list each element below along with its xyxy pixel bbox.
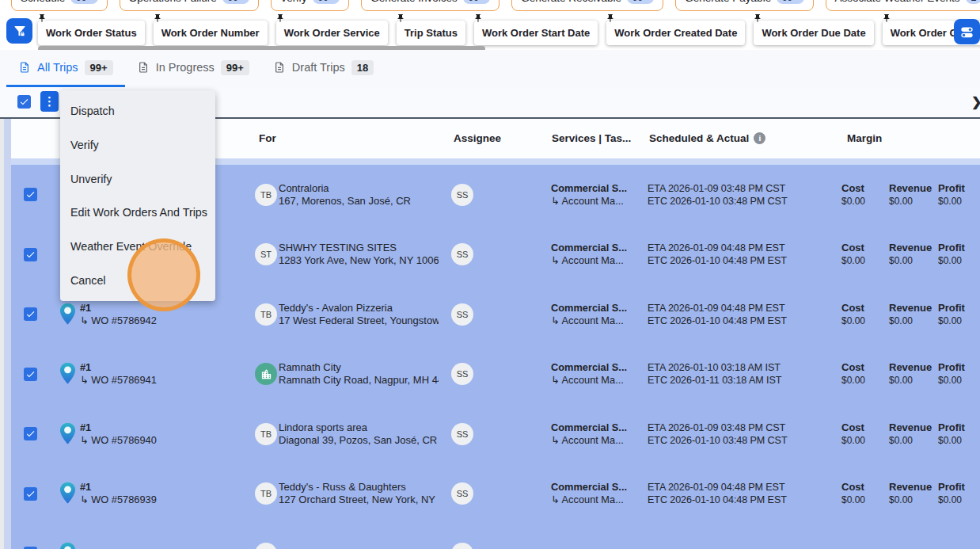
filter-bar: Work Order Status Work Order Number Work… <box>0 10 980 50</box>
service-task: ↳ Account Ma... <box>551 315 627 327</box>
cost-value: $0.00 <box>841 254 865 268</box>
toggles-icon <box>959 25 974 40</box>
filter-lock-icon <box>13 24 27 38</box>
row-checkbox[interactable] <box>24 248 37 261</box>
assignee-avatar: SS <box>451 363 473 385</box>
eta-text: ETA 2026-01-09 03:48 PM CST <box>648 421 788 434</box>
action-button-label: Verify <box>280 0 307 4</box>
action-button-label: Generate Receivable <box>521 0 621 4</box>
row-checkbox[interactable] <box>24 487 37 501</box>
etc-text: ETC 2026-01-10 03:48 PM CST <box>648 434 788 447</box>
service-task: ↳ Account Ma... <box>551 374 627 387</box>
profit-label: Profit <box>938 421 965 434</box>
filter-chip-work-order-number[interactable]: Work Order Number <box>154 21 268 45</box>
eta-text: ETA 2026-01-10 03:18 AM IST <box>648 361 781 374</box>
work-order-number[interactable]: ↳ WO #5786942 <box>80 315 157 327</box>
cost-label: Cost <box>841 360 865 374</box>
trip-number: #1 <box>80 481 157 494</box>
action-bar: Schedule 99+ Operations Failure 99+ Veri… <box>11 0 980 11</box>
revenue-label: Revenue <box>889 181 932 195</box>
tab-draft-trips[interactable]: Draft Trips 18 <box>261 50 386 87</box>
customer-name[interactable]: Ramnath City <box>279 361 439 374</box>
column-settings-button[interactable] <box>954 19 980 44</box>
table-row[interactable]: #1 ↳ WO #5786941 Ramnath City Ramnath Ci… <box>11 345 980 405</box>
action-button-generate-payable[interactable]: Generate Payable 99+ <box>675 0 813 11</box>
city-icon <box>260 368 272 380</box>
filter-chip-work-order-created-date[interactable]: Work Order Created Date <box>606 21 745 45</box>
work-order-number[interactable]: ↳ WO #5786940 <box>80 434 157 447</box>
action-button-generate-invoices[interactable]: Generate Invoices 99+ <box>361 0 499 11</box>
assignee-avatar: SS <box>451 423 473 445</box>
count-badge: 99+ <box>222 0 249 4</box>
customer-name[interactable]: Contraloria <box>279 182 439 195</box>
customer-address: Diagonal 39, Pozos, San José, CR <box>279 434 439 447</box>
action-button-schedule[interactable]: Schedule 99+ <box>11 0 108 11</box>
row-checkbox[interactable] <box>24 427 37 440</box>
pushpin-icon <box>37 13 47 23</box>
action-button-verify[interactable]: Verify 99+ <box>271 0 349 11</box>
work-order-number[interactable]: ↳ WO #5786939 <box>80 494 157 506</box>
action-button-associate-weather-events[interactable]: Associate Weather Events 1 <box>826 0 980 11</box>
etc-text: ETC 2026-01-10 03:48 PM CST <box>648 195 788 208</box>
customer-address: 127 Orchard Street, New York, NY <box>279 494 439 506</box>
table-row[interactable]: #1 ↳ WO #5786939 TB Teddy's - Russ & Dau… <box>11 464 980 524</box>
work-order-number[interactable]: ↳ WO #5786941 <box>80 374 157 387</box>
bulk-actions-kebab-button[interactable]: ⋮ <box>40 91 59 112</box>
cost-value: $0.00 <box>841 315 865 328</box>
pushpin-icon <box>396 13 405 23</box>
menu-item-dispatch[interactable]: Dispatch <box>60 94 215 128</box>
profit-value: $0.00 <box>938 254 965 268</box>
menu-item-verify[interactable]: Verify <box>60 128 215 162</box>
customer-avatar: ST <box>255 243 277 265</box>
cost-value: $0.00 <box>841 434 865 448</box>
table-row[interactable]: #1 ↳ WO #5786940 TB Lindora sports area … <box>11 404 980 464</box>
service-name: Commercial S... <box>551 242 627 254</box>
action-button-generate-receivable[interactable]: Generate Receivable 99+ <box>511 0 663 11</box>
filter-chip-work-order-status[interactable]: Work Order Status <box>38 21 145 45</box>
pushpin-icon <box>606 13 615 23</box>
row-checkbox[interactable] <box>24 307 37 321</box>
menu-item-unverify[interactable]: Unverify <box>60 162 215 196</box>
chevron-right-icon[interactable]: ❯ <box>971 94 980 109</box>
table-row[interactable]: #1 Teddy's - Lucien Commercial S... ETA … <box>11 524 980 549</box>
customer-name[interactable]: Lindora sports area <box>279 421 439 434</box>
service-task: ↳ Account Ma... <box>551 254 627 267</box>
service-name: Commercial S... <box>551 421 627 434</box>
select-all-checkbox[interactable] <box>17 95 31 109</box>
info-icon[interactable]: i <box>754 132 765 144</box>
customer-avatar: TB <box>255 303 277 326</box>
location-pin-icon <box>60 363 75 384</box>
revenue-value: $0.00 <box>889 494 932 507</box>
profit-label: Profit <box>938 480 965 494</box>
action-button-label: Generate Payable <box>685 0 771 4</box>
filter-chip-trip-status[interactable]: Trip Status <box>397 21 465 45</box>
filter-chip-work-order-start-date[interactable]: Work Order Start Date <box>474 21 598 45</box>
filter-chip-work-order-due-date[interactable]: Work Order Due Date <box>754 21 873 45</box>
scheduled-header-label: Scheduled & Actual <box>649 132 749 144</box>
assignee-avatar: SS <box>451 482 473 505</box>
customer-name[interactable]: SHWHY TESTING SITES <box>279 242 439 254</box>
profit-value: $0.00 <box>938 434 965 448</box>
customer-name[interactable]: Teddy's - Avalon Pizzeria <box>279 302 439 315</box>
customer-name[interactable]: Teddy's - Russ & Daughters <box>279 481 439 494</box>
menu-item-edit-work-orders-and-trips[interactable]: Edit Work Orders And Trips <box>60 196 215 230</box>
column-header-services: Services | Tas... <box>552 132 631 144</box>
filter-save-button[interactable] <box>6 18 32 44</box>
tab-in-progress[interactable]: In Progress 99+ <box>125 50 261 87</box>
tab-count-badge: 99+ <box>85 60 113 75</box>
location-pin-icon <box>60 422 75 444</box>
profit-label: Profit <box>938 241 965 254</box>
filter-chip-work-order-service[interactable]: Work Order Service <box>276 21 388 45</box>
action-button-operations-failure[interactable]: Operations Failure 99+ <box>120 0 259 11</box>
row-checkbox[interactable] <box>24 368 37 381</box>
customer-address: Ramnath City Road, Nagpur, MH 44 <box>279 374 439 387</box>
row-checkbox[interactable] <box>24 188 37 201</box>
eta-text: ETA 2026-01-09 04:48 PM EST <box>648 481 787 494</box>
tab-all-trips[interactable]: All Trips 99+ <box>6 50 125 87</box>
tab-count-badge: 99+ <box>221 60 249 75</box>
assignee-avatar: SS <box>451 184 473 206</box>
assignee-avatar <box>451 543 473 549</box>
filter-chip-label: Work Order Service <box>284 27 380 39</box>
revenue-label: Revenue <box>889 241 932 254</box>
count-badge: 1 <box>966 0 980 4</box>
